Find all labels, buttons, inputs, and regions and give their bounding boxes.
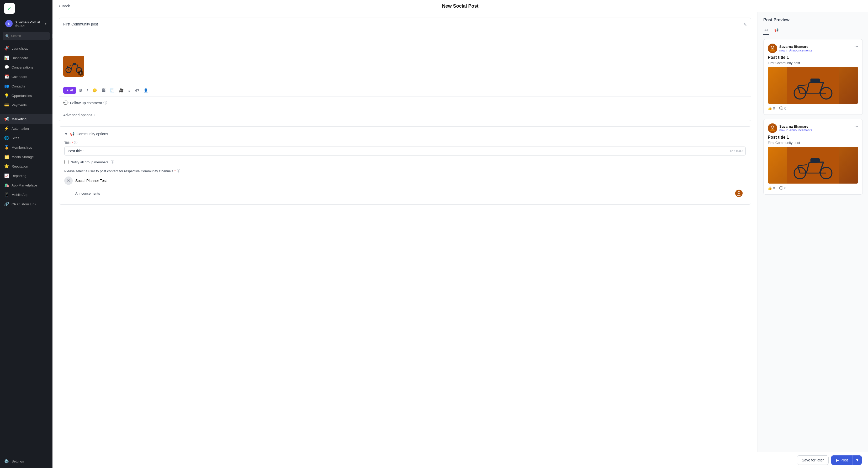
post-author-1: Suvarna Bhamare now in Announcements <box>768 43 812 53</box>
title-input[interactable] <box>64 147 746 155</box>
like-icon-1: 👍 <box>768 106 772 110</box>
sidebar-item-payments[interactable]: 💳 Payments <box>0 100 53 110</box>
video-button[interactable]: 🎥 <box>118 87 125 93</box>
sidebar-item-label: Sites <box>11 136 19 140</box>
svg-rect-7 <box>73 63 76 65</box>
memberships-icon: 🏅 <box>4 145 9 150</box>
notify-checkbox-row[interactable]: Notify all group members ⓘ <box>64 160 746 165</box>
hashtag-button[interactable]: # <box>127 87 132 93</box>
image-button[interactable]: 🖼 <box>100 87 107 93</box>
post-header-1: Suvarna Bhamare now in Announcements ··· <box>768 43 858 53</box>
sidebar-item-calendars[interactable]: 📅 Calendars <box>0 72 53 81</box>
char-count: 12 / 1000 <box>730 149 743 153</box>
search-input[interactable] <box>11 34 51 38</box>
image-edit-overlay[interactable]: ✎ <box>78 70 83 76</box>
channel-row: Announcements <box>64 187 746 199</box>
comment-icon-2: 💬 <box>779 186 783 190</box>
sidebar-footer: ⚙️ Settings <box>0 454 53 468</box>
tag-button[interactable]: 🏷 <box>133 87 141 93</box>
sidebar-item-dashboard[interactable]: 📊 Dashboard <box>0 53 53 62</box>
content-area: First Community post ✎ <box>53 12 868 452</box>
sidebar-item-label: Conversations <box>11 65 33 69</box>
post-dropdown-button[interactable]: ▼ <box>853 456 862 465</box>
sidebar-item-automation[interactable]: ⚡ Automation <box>0 124 53 133</box>
post-title-2: Post title 1 <box>768 135 858 140</box>
author-location-1: now in Announcements <box>779 49 812 52</box>
sidebar-item-memberships[interactable]: 🏅 Memberships <box>0 143 53 152</box>
sidebar-item-reputation[interactable]: ⭐ Reputation <box>0 162 53 171</box>
bold-button[interactable]: B <box>78 87 84 93</box>
sidebar-item-opportunities[interactable]: 💡 Opportunities <box>0 91 53 100</box>
sidebar-item-mobile-app[interactable]: 📱 Mobile App <box>0 190 53 199</box>
title-field-group: Title * ⓘ 12 / 1000 <box>64 140 746 155</box>
search-box[interactable]: 🔍 ⌘K + <box>3 32 50 40</box>
launchpad-icon: 🚀 <box>4 46 9 51</box>
sidebar-item-conversations[interactable]: 💬 Conversations <box>0 62 53 72</box>
like-action-2[interactable]: 👍 0 <box>768 186 775 190</box>
sidebar-logo: ✓ <box>0 0 53 17</box>
main-content: ‹ Back New Social Post First Community p… <box>53 0 868 468</box>
notify-checkbox[interactable] <box>64 160 68 164</box>
emoji-button[interactable]: 😊 <box>91 87 98 93</box>
notify-label: Notify all group members <box>70 160 108 164</box>
italic-button[interactable]: I <box>85 87 89 93</box>
sites-icon: 🌐 <box>4 136 9 140</box>
follow-up-row[interactable]: 💬 Follow up comment ⓘ <box>59 96 751 109</box>
comment-action-2[interactable]: 💬 0 <box>779 186 786 190</box>
editor-content: First Community post ✎ <box>59 18 751 84</box>
sidebar-item-label: Media Storage <box>11 155 34 159</box>
account-name: Suvarna-2 -Social <box>15 21 42 24</box>
comment-count-1: 0 <box>784 106 786 110</box>
post-more-icon-1[interactable]: ··· <box>855 43 858 49</box>
user-row: Social Planner Test <box>64 176 746 185</box>
sidebar-item-app-marketplace[interactable]: 🛍️ App Marketplace <box>0 180 53 190</box>
sidebar-item-label: Reputation <box>11 165 28 168</box>
post-more-icon-2[interactable]: ··· <box>855 123 858 129</box>
like-action-1[interactable]: 👍 0 <box>768 106 775 110</box>
post-text-editor[interactable]: First Community post <box>63 22 98 54</box>
follow-up-label: Follow up comment <box>70 101 102 105</box>
back-button[interactable]: ‹ Back <box>59 4 70 8</box>
sidebar-item-media-storage[interactable]: 🗂️ Media Storage <box>0 152 53 162</box>
sidebar-item-settings[interactable]: ⚙️ Settings <box>0 457 53 466</box>
nav-divider <box>4 112 48 112</box>
sidebar-item-reporting[interactable]: 📈 Reporting <box>0 171 53 180</box>
sidebar-item-label: Payments <box>11 103 27 107</box>
sidebar-item-marketing[interactable]: 📢 Marketing <box>0 114 53 124</box>
editor-pane: First Community post ✎ <box>53 12 758 452</box>
save-later-button[interactable]: Save for later <box>797 456 829 465</box>
tab-announcements[interactable]: 📢 <box>773 27 780 35</box>
post-actions-1: 👍 0 💬 0 <box>768 106 858 110</box>
sidebar-item-label: Contacts <box>11 84 25 88</box>
collapse-button[interactable]: ▼ <box>64 132 68 136</box>
logo-box: ✓ <box>4 3 15 14</box>
mention-button[interactable]: 👤 <box>142 87 150 93</box>
advanced-options-row[interactable]: Advanced options › <box>59 109 751 121</box>
avatar: S <box>5 20 12 27</box>
post-body-1: First Community post <box>768 61 858 65</box>
sidebar-item-sites[interactable]: 🌐 Sites <box>0 133 53 143</box>
back-icon: ‹ <box>59 4 60 8</box>
account-switcher[interactable]: S Suvarna-2 -Social abc, abc ▼ <box>2 18 51 29</box>
edit-icon[interactable]: ✎ <box>743 22 747 27</box>
required-star: * <box>72 141 73 145</box>
svg-rect-23 <box>810 79 820 83</box>
post-button[interactable]: ▶ Post <box>831 456 852 465</box>
comment-action-1[interactable]: 💬 0 <box>779 106 786 110</box>
conversations-icon: 💬 <box>4 65 9 69</box>
reporting-icon: 📈 <box>4 173 9 178</box>
author-avatar-2 <box>768 123 777 133</box>
like-icon-2: 👍 <box>768 186 772 190</box>
author-name-2: Suvarna Bhamare <box>779 124 812 128</box>
title-label: Title * ⓘ <box>64 140 746 145</box>
svg-rect-16 <box>787 67 839 104</box>
sidebar-item-contacts[interactable]: 👥 Contacts <box>0 81 53 91</box>
sidebar-item-launchpad[interactable]: 🚀 Launchpad <box>0 43 53 53</box>
community-section-label: Community options <box>76 132 108 136</box>
file-button[interactable]: 📄 <box>108 87 116 93</box>
tab-all[interactable]: All <box>763 27 769 35</box>
svg-rect-11 <box>735 189 743 197</box>
notify-help-icon: ⓘ <box>111 160 114 165</box>
ai-button[interactable]: ✦ AI <box>63 87 76 94</box>
sidebar-item-cp-custom-link[interactable]: 🔗 CP Custom Link <box>0 199 53 209</box>
